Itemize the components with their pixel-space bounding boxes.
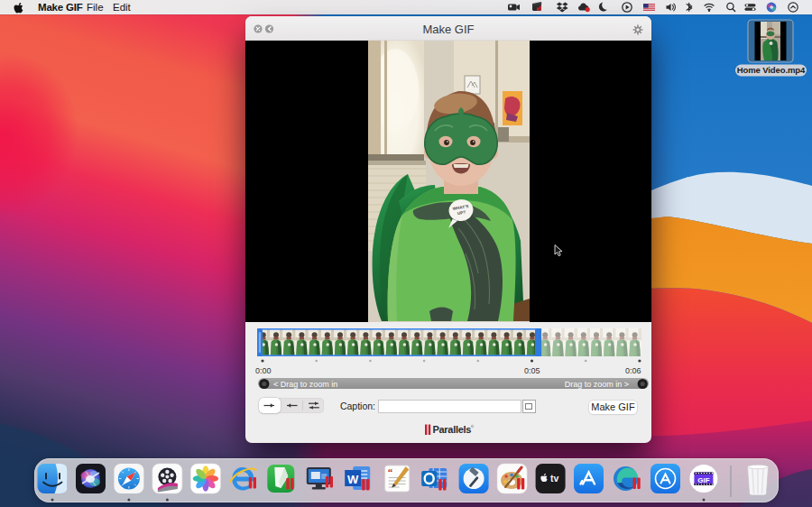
svg-text:“: “ [388, 466, 393, 477]
svg-text:Home Video.mp4: Home Video.mp4 [737, 65, 806, 75]
svg-text:Parallels: Parallels [433, 424, 472, 435]
svg-text:GIF: GIF [697, 476, 709, 484]
svg-text:W: W [347, 473, 359, 486]
svg-text:tv: tv [550, 473, 558, 484]
